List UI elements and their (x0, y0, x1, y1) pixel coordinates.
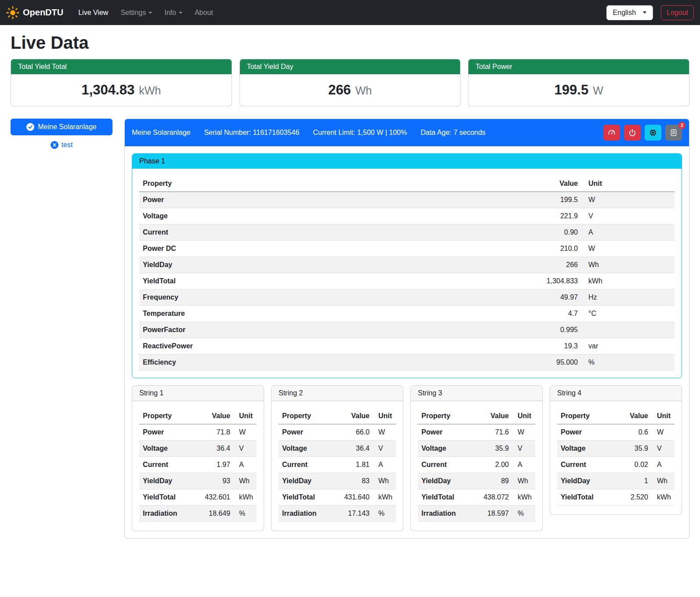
row-property: YieldTotal (279, 489, 332, 506)
table-header-row: Property Value Unit (279, 408, 396, 424)
row-value: 36.4 (192, 441, 234, 457)
row-value: 221.9 (404, 208, 581, 224)
table-row: Current1.97A (139, 457, 257, 473)
row-property: Irradiation (418, 506, 471, 522)
row-unit: W (512, 424, 535, 441)
row-value: 0.995 (404, 322, 581, 338)
row-value: 18.597 (471, 506, 512, 522)
col-unit: Unit (512, 408, 535, 424)
row-value: 19.3 (404, 338, 581, 355)
row-property: Current (139, 224, 404, 241)
event-log-button[interactable]: 2 (665, 125, 682, 141)
navbar: OpenDTU Live View Settings Info About En… (0, 0, 700, 25)
nav-info-label: Info (164, 9, 176, 17)
row-property: YieldDay (279, 473, 332, 489)
inverter-actions: 2 (603, 125, 682, 141)
col-value: Value (615, 408, 652, 424)
row-value: 36.4 (332, 441, 373, 457)
brand[interactable]: OpenDTU (6, 6, 63, 19)
language-select[interactable]: English (606, 5, 653, 20)
row-value: 4.7 (404, 306, 581, 322)
table-row: Voltage36.4V (279, 441, 396, 457)
col-property: Property (279, 408, 332, 424)
row-property: YieldTotal (418, 489, 471, 506)
row-value: 93 (192, 473, 234, 489)
row-property: Frequency (139, 289, 404, 306)
table-row: PowerFactor0.995 (139, 322, 675, 338)
row-value: 210.0 (404, 241, 581, 257)
row-value: 71.6 (471, 424, 512, 441)
total-yield-total-card: Total Yield Total 1,304.83 kWh (11, 59, 232, 106)
table-row: Power DC210.0W (139, 241, 675, 257)
nav-about-label: About (195, 9, 213, 17)
row-unit: Wh (373, 473, 396, 489)
total-yield-day-value: 266 (328, 82, 351, 98)
table-row: YieldDay1Wh (557, 473, 675, 489)
row-unit: V (234, 441, 257, 457)
row-unit: kWh (581, 273, 675, 289)
inverter-name: Meine Solaranlage (132, 129, 190, 137)
row-unit: V (652, 441, 675, 457)
table-row: Current1.81A (279, 457, 396, 473)
inverter-data-age: Data Age: 7 seconds (421, 129, 486, 137)
string-2-table: Property Value Unit Power66.0W Voltage36… (279, 408, 396, 522)
string-1-table: Property Value Unit Power71.8W Voltage36… (139, 408, 257, 522)
row-value: 18.649 (192, 506, 234, 522)
row-unit: var (581, 338, 675, 355)
row-unit: V (581, 208, 675, 224)
nav-settings[interactable]: Settings (115, 5, 157, 20)
row-property: Power (557, 424, 615, 441)
row-property: Irradiation (279, 506, 332, 522)
string-3-table: Property Value Unit Power71.6W Voltage35… (418, 408, 535, 522)
col-value: Value (404, 176, 581, 192)
total-power-unit: W (593, 84, 603, 97)
table-row: YieldTotal431.640kWh (279, 489, 396, 506)
chevron-down-icon (643, 11, 646, 14)
inverter-limit: Current Limit: 1,500 W | 100% (313, 129, 407, 137)
table-row: YieldTotal2.520kWh (557, 489, 675, 506)
row-unit: W (581, 241, 675, 257)
row-unit: A (652, 457, 675, 473)
row-unit: V (512, 441, 535, 457)
nav-settings-label: Settings (120, 9, 146, 17)
table-row: YieldDay83Wh (279, 473, 396, 489)
device-info-button[interactable] (645, 125, 661, 141)
row-property: Efficiency (139, 355, 404, 371)
row-value: 35.9 (615, 441, 652, 457)
row-unit: A (581, 224, 675, 241)
logout-button[interactable]: Logout (661, 5, 694, 20)
row-property: Voltage (557, 441, 615, 457)
inverter-item-selected[interactable]: Meine Solaranlage (11, 119, 112, 135)
nav-live-view-label: Live View (78, 9, 108, 17)
row-unit: Wh (652, 473, 675, 489)
sun-icon (6, 6, 19, 19)
inverter-item-test[interactable]: test (11, 141, 112, 149)
table-row: Irradiation17.143% (279, 506, 396, 522)
phase-1-card: Phase 1 Property Value Unit (132, 153, 682, 378)
col-unit: Unit (652, 408, 675, 424)
row-property: Power (418, 424, 471, 441)
phase-table: Property Value Unit Power199.5W Voltage2… (139, 176, 675, 371)
row-property: YieldDay (418, 473, 471, 489)
total-power-card: Total Power 199.5 W (468, 59, 689, 106)
total-yield-day-unit: Wh (355, 84, 372, 97)
row-value: 17.143 (332, 506, 373, 522)
limit-settings-button[interactable] (603, 125, 620, 141)
row-value: 66.0 (332, 424, 373, 441)
table-row: Voltage35.9V (418, 441, 535, 457)
power-button[interactable] (624, 125, 641, 141)
inverter-card-header: Meine Solaranlage Serial Number: 1161716… (125, 119, 689, 146)
row-value: 0.90 (404, 224, 581, 241)
nav-info[interactable]: Info (159, 5, 188, 20)
string-2-title: String 2 (272, 386, 403, 401)
row-property: Current (279, 457, 332, 473)
row-value: 0.02 (615, 457, 652, 473)
row-property: YieldDay (557, 473, 615, 489)
string-4-card: String 4 Property Value Unit (550, 385, 682, 515)
nav-about[interactable]: About (189, 5, 218, 20)
row-unit: W (373, 424, 396, 441)
nav-live-view[interactable]: Live View (73, 5, 113, 20)
row-property: Irradiation (139, 506, 192, 522)
table-row: Efficiency95.000% (139, 355, 675, 371)
x-circle-icon[interactable] (51, 141, 58, 149)
